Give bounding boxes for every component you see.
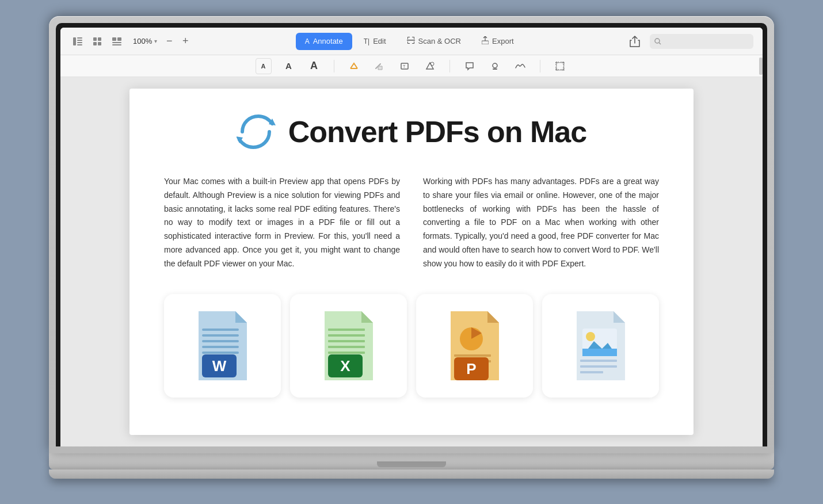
laptop-shell: 100% ▾ − + A Annotate T| Edit <box>49 16 774 488</box>
tab-export[interactable]: Export <box>473 33 523 50</box>
highlight-tool[interactable] <box>346 58 362 74</box>
svg-text:W: W <box>212 357 226 375</box>
svg-point-23 <box>655 39 660 43</box>
svg-text:T: T <box>403 64 406 68</box>
svg-rect-37 <box>561 70 564 70</box>
export-icon <box>482 36 489 46</box>
svg-rect-6 <box>98 37 101 41</box>
search-bar[interactable] <box>650 34 753 49</box>
search-icon <box>654 38 661 45</box>
list-view-icon[interactable] <box>109 35 125 48</box>
svg-rect-43 <box>202 346 239 348</box>
screen: 100% ▾ − + A Annotate T| Edit <box>60 28 763 446</box>
laptop-foot <box>49 469 774 479</box>
separator-2 <box>449 60 450 72</box>
svg-text:X: X <box>340 357 350 375</box>
share-button[interactable] <box>627 33 643 49</box>
annotate-label: Annotate <box>313 37 343 45</box>
svg-rect-18 <box>407 41 408 44</box>
app-icons-row: W <box>164 294 659 398</box>
svg-text:P: P <box>466 360 476 377</box>
eraser-tool[interactable] <box>371 58 387 74</box>
svg-point-28 <box>493 63 497 68</box>
toolbar-left: 100% ▾ − + <box>70 35 192 48</box>
svg-rect-49 <box>328 340 365 342</box>
svg-point-60 <box>586 332 595 341</box>
export-label: Export <box>492 37 514 45</box>
hinge-notch <box>377 461 446 467</box>
laptop-lid: 100% ▾ − + A Annotate T| Edit <box>49 16 774 453</box>
svg-rect-10 <box>117 37 121 41</box>
svg-rect-21 <box>407 40 415 41</box>
svg-rect-7 <box>93 42 97 45</box>
page-title: Convert PDFs on Mac <box>288 114 586 149</box>
left-column-text: Your Mac comes with a built-in Preview a… <box>164 175 400 271</box>
svg-rect-9 <box>112 37 116 41</box>
document-area[interactable]: Convert PDFs on Mac Your Mac comes with … <box>60 77 763 446</box>
tab-edit[interactable]: T| Edit <box>355 33 395 50</box>
svg-rect-55 <box>454 354 491 357</box>
svg-rect-48 <box>328 334 365 337</box>
image-doc-icon <box>572 311 630 380</box>
excel-doc-icon: X <box>320 311 378 380</box>
powerpoint-icon-card: P <box>416 294 533 398</box>
svg-rect-1 <box>77 37 82 39</box>
svg-rect-3 <box>77 42 82 43</box>
comment-tool[interactable] <box>462 58 478 74</box>
separator-3 <box>540 60 540 72</box>
right-column-text: Working with PDFs has many advantages. P… <box>423 175 659 271</box>
svg-rect-12 <box>112 44 121 45</box>
toolbar-right <box>627 33 753 49</box>
annotate-icon: A <box>305 37 310 45</box>
sidebar-toggle-icon[interactable] <box>70 35 86 48</box>
text-box-tool[interactable]: T <box>397 58 413 74</box>
svg-rect-29 <box>493 68 497 70</box>
zoom-plus-button[interactable]: + <box>179 35 192 48</box>
svg-rect-51 <box>328 352 365 354</box>
svg-rect-41 <box>202 334 239 337</box>
edit-label: Edit <box>373 37 386 45</box>
svg-rect-14 <box>407 37 408 39</box>
svg-rect-20 <box>414 41 414 44</box>
sync-icon <box>237 112 277 152</box>
svg-rect-33 <box>563 62 564 66</box>
tab-scan-ocr[interactable]: Scan & OCR <box>398 33 470 50</box>
text-large-tool[interactable]: A <box>306 58 322 74</box>
svg-rect-8 <box>98 42 101 45</box>
page-header: Convert PDFs on Mac <box>164 112 659 152</box>
svg-rect-61 <box>582 349 617 356</box>
selection-tool[interactable] <box>552 58 568 74</box>
text-medium-tool[interactable]: A <box>281 58 297 74</box>
svg-rect-0 <box>73 37 76 45</box>
text-small-tool[interactable]: A <box>256 58 272 74</box>
signature-tool[interactable] <box>512 58 528 74</box>
toolbar-center: A Annotate T| Edit <box>196 33 622 50</box>
svg-rect-5 <box>93 37 97 41</box>
svg-rect-40 <box>202 329 239 331</box>
grid-view-icon[interactable] <box>89 35 105 48</box>
svg-rect-62 <box>580 360 617 362</box>
screen-bezel: 100% ▾ − + A Annotate T| Edit <box>56 23 767 446</box>
svg-line-24 <box>659 43 661 44</box>
svg-rect-64 <box>580 371 603 373</box>
image-icon-card <box>542 294 659 398</box>
scan-icon <box>407 36 415 46</box>
zoom-minus-button[interactable]: − <box>163 35 176 48</box>
tab-annotate[interactable]: A Annotate <box>296 33 352 50</box>
svg-rect-50 <box>328 346 365 348</box>
separator-1 <box>334 60 334 72</box>
zoom-level: 100% <box>133 37 152 45</box>
svg-rect-63 <box>580 365 617 368</box>
svg-rect-47 <box>328 329 365 331</box>
svg-rect-11 <box>112 42 121 43</box>
excel-icon-card: X <box>290 294 407 398</box>
svg-rect-2 <box>77 40 82 41</box>
svg-rect-16 <box>414 37 414 39</box>
two-column-section: Your Mac comes with a built-in Preview a… <box>164 175 659 271</box>
svg-rect-4 <box>77 44 82 45</box>
svg-rect-31 <box>556 62 557 66</box>
word-icon-card: W <box>164 294 281 398</box>
stamp-tool[interactable] <box>487 58 503 74</box>
shape-tool[interactable] <box>422 58 438 74</box>
zoom-control: 100% ▾ <box>133 37 157 45</box>
